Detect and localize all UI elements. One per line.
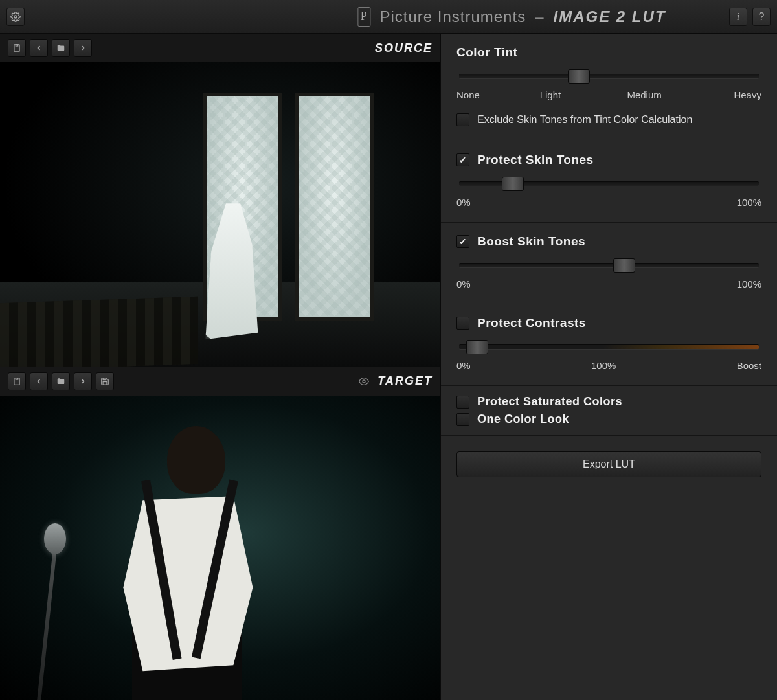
svg-rect-1 [14,45,19,52]
titlebar: P Picture Instruments – IMAGE 2 LUT i ? [0,0,777,34]
protect-saturated-label: Protect Saturated Colors [477,395,622,409]
target-next-button[interactable] [74,372,92,390]
protect-contrasts-checkbox[interactable] [456,317,469,330]
source-image [0,62,440,367]
target-prev-button[interactable] [30,372,48,390]
source-load-button[interactable] [8,39,26,57]
brand-name: Picture Instruments [379,8,526,26]
svg-rect-3 [14,378,19,385]
exclude-skin-row[interactable]: Exclude Skin Tones from Tint Color Calcu… [456,113,761,126]
protect-contrasts-slider[interactable] [459,344,759,352]
boost-skin-max: 100% [737,278,761,289]
svg-point-7 [363,380,365,383]
boost-skin-min: 0% [456,278,471,289]
svg-rect-6 [103,378,106,379]
source-next-button[interactable] [74,39,92,57]
tint-stop-medium: Medium [627,89,661,100]
svg-point-0 [14,16,17,18]
save-icon [100,377,109,386]
tint-stop-none: None [456,89,480,100]
boost-skin-thumb[interactable] [613,258,635,273]
protect-skin-title: Protect Skin Tones [477,153,594,167]
contrasts-right-label: Boost [737,360,761,371]
folder-icon [56,43,65,52]
boost-skin-section: Boost Skin Tones 0% 100% [441,223,777,304]
svg-rect-2 [16,45,18,46]
boost-skin-title: Boost Skin Tones [477,234,585,249]
protect-contrasts-thumb[interactable] [466,340,488,354]
color-tint-thumb[interactable] [568,69,590,84]
protect-skin-max: 100% [737,197,761,208]
one-color-look-checkbox[interactable] [456,413,469,426]
protect-skin-section: Protect Skin Tones 0% 100% [441,141,777,223]
source-prev-button[interactable] [30,39,48,57]
tint-stop-light: Light [540,89,561,100]
title-separator: – [535,8,544,26]
help-icon: ? [759,11,765,23]
protect-skin-min: 0% [456,197,471,208]
help-button[interactable]: ? [752,8,771,26]
source-label: SOURCE [375,41,433,55]
protect-skin-slider[interactable] [459,181,759,189]
svg-rect-4 [16,378,18,379]
protect-skin-checkbox[interactable] [456,153,469,166]
eye-icon[interactable] [357,376,371,387]
target-save-button[interactable] [96,372,114,390]
target-load-button[interactable] [8,372,26,390]
chevron-right-icon [79,377,87,386]
color-tint-section: Color Tint None Light Medium Heavy Exclu… [441,34,777,141]
exclude-skin-checkbox[interactable] [456,113,469,126]
source-header: SOURCE [0,34,440,62]
svg-rect-5 [103,381,107,385]
contrasts-mid-label: 100% [591,360,616,371]
info-button[interactable]: i [729,8,747,26]
chevron-left-icon [35,377,43,386]
boost-skin-checkbox[interactable] [456,235,469,248]
folder-icon [56,377,65,386]
info-icon: i [737,11,739,23]
one-color-look-label: One Color Look [477,412,569,426]
boost-skin-slider[interactable] [459,263,759,271]
app-title: P Picture Instruments – IMAGE 2 LUT [357,7,666,27]
protect-contrasts-title: Protect Contrasts [477,316,586,330]
target-image [0,396,440,701]
product-name: IMAGE 2 LUT [553,8,666,26]
extra-options-section: Protect Saturated Colors One Color Look [441,386,777,436]
target-label: TARGET [377,374,433,388]
chevron-right-icon [79,43,87,52]
protect-skin-thumb[interactable] [502,177,524,191]
contrasts-left-label: 0% [456,360,471,371]
protect-contrasts-section: Protect Contrasts 0% 100% Boost [441,304,777,386]
settings-button[interactable] [6,8,25,26]
source-folder-button[interactable] [52,39,70,57]
color-tint-title: Color Tint [456,45,761,60]
target-header: TARGET [0,367,440,396]
exclude-skin-label: Exclude Skin Tones from Tint Color Calcu… [477,114,692,126]
target-folder-button[interactable] [52,372,70,390]
protect-saturated-checkbox[interactable] [456,396,469,409]
chevron-left-icon [35,43,43,52]
tint-stop-heavy: Heavy [734,89,761,100]
export-lut-label: Export LUT [583,458,635,470]
export-lut-button[interactable]: Export LUT [456,451,761,477]
brand-logo-icon: P [357,7,370,27]
color-tint-slider[interactable] [459,74,759,82]
